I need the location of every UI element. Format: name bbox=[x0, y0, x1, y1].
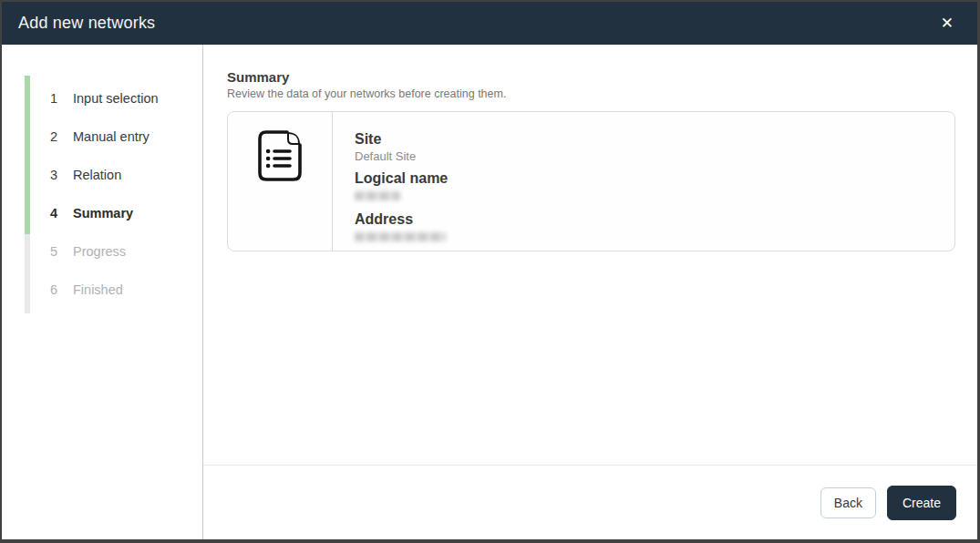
field-label-address: Address bbox=[355, 210, 954, 228]
field-value-address-redacted bbox=[355, 232, 446, 241]
close-icon: ✕ bbox=[941, 14, 954, 32]
file-list-icon bbox=[256, 129, 304, 186]
step-progress: 5 Progress bbox=[50, 232, 202, 271]
step-relation[interactable]: 3 Relation bbox=[50, 156, 202, 194]
step-list: 1 Input selection 2 Manual entry 3 Relat… bbox=[2, 45, 202, 309]
step-number: 1 bbox=[50, 91, 73, 106]
step-finished: 6 Finished bbox=[50, 271, 202, 309]
back-button[interactable]: Back bbox=[820, 487, 876, 518]
step-summary[interactable]: 4 Summary bbox=[50, 194, 202, 232]
dialog-title: Add new networks bbox=[18, 14, 155, 33]
wizard-stepper: 1 Input selection 2 Manual entry 3 Relat… bbox=[2, 45, 203, 539]
card-fields: Site Default Site Logical name Address bbox=[333, 112, 954, 251]
step-label: Summary bbox=[73, 206, 133, 220]
section-subheading: Review the data of your networks before … bbox=[227, 87, 955, 100]
field-label-site: Site bbox=[355, 130, 954, 148]
create-button[interactable]: Create bbox=[887, 486, 956, 520]
field-value-site: Default Site bbox=[355, 149, 954, 163]
step-number: 3 bbox=[50, 168, 73, 182]
step-number: 2 bbox=[50, 129, 73, 144]
step-input-selection[interactable]: 1 Input selection bbox=[50, 79, 202, 118]
dialog-header: Add new networks ✕ bbox=[2, 2, 977, 45]
dialog-body: 1 Input selection 2 Manual entry 3 Relat… bbox=[2, 45, 977, 539]
step-number: 5 bbox=[50, 244, 73, 259]
stepper-progress-track bbox=[25, 76, 30, 313]
step-label: Input selection bbox=[73, 91, 159, 106]
step-label: Relation bbox=[73, 168, 121, 182]
section-heading: Summary bbox=[227, 69, 955, 85]
network-summary-card: Site Default Site Logical name Address bbox=[227, 111, 955, 251]
dialog-content: Summary Review the data of your networks… bbox=[203, 45, 977, 539]
field-value-logical-name-redacted bbox=[355, 191, 400, 200]
dialog-footer: Back Create bbox=[203, 465, 977, 539]
step-label: Progress bbox=[73, 244, 126, 259]
summary-panel: Summary Review the data of your networks… bbox=[203, 45, 977, 465]
step-number: 6 bbox=[50, 282, 73, 297]
step-label: Manual entry bbox=[73, 129, 150, 144]
add-networks-dialog: Add new networks ✕ 1 Input selection 2 M… bbox=[0, 0, 980, 543]
step-number: 4 bbox=[50, 206, 73, 220]
step-label: Finished bbox=[73, 282, 123, 297]
close-button[interactable]: ✕ bbox=[934, 10, 961, 36]
card-icon-cell bbox=[228, 112, 333, 251]
step-manual-entry[interactable]: 2 Manual entry bbox=[50, 118, 202, 156]
field-label-logical-name: Logical name bbox=[355, 169, 954, 187]
stepper-progress-done bbox=[25, 76, 30, 234]
stepper-progress-remaining bbox=[25, 234, 30, 313]
